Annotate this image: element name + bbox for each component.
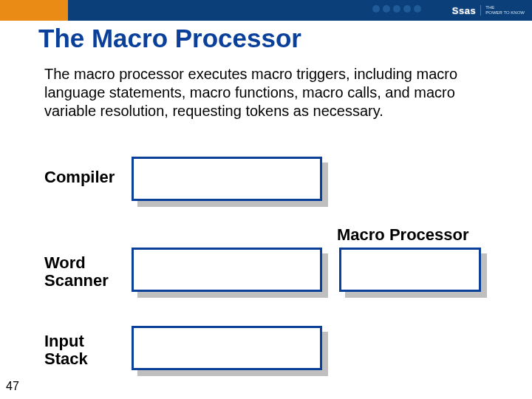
slide: Ssas THE POWER TO KNOW The Macro Process… [0, 0, 532, 399]
orange-accent [0, 0, 68, 21]
label-compiler: Compiler [44, 168, 115, 186]
brand-area: Ssas THE POWER TO KNOW [445, 0, 532, 21]
body-text: The macro processor executes macro trigg… [44, 65, 480, 120]
tagline: THE POWER TO KNOW [480, 5, 525, 16]
box-macro-processor [339, 248, 481, 292]
box-word-scanner [132, 248, 322, 292]
decorative-dots [372, 5, 421, 13]
box-input-stack [132, 326, 322, 370]
label-input-stack: Input Stack [44, 332, 88, 368]
label-word-scanner: Word Scanner [44, 254, 109, 290]
sas-logo-icon: Ssas [452, 5, 476, 16]
page-number: 47 [6, 380, 19, 393]
page-title: The Macro Processor [38, 24, 301, 53]
box-compiler [132, 157, 322, 201]
label-macro-processor: Macro Processor [337, 226, 469, 244]
header-bar: Ssas THE POWER TO KNOW [0, 0, 532, 21]
